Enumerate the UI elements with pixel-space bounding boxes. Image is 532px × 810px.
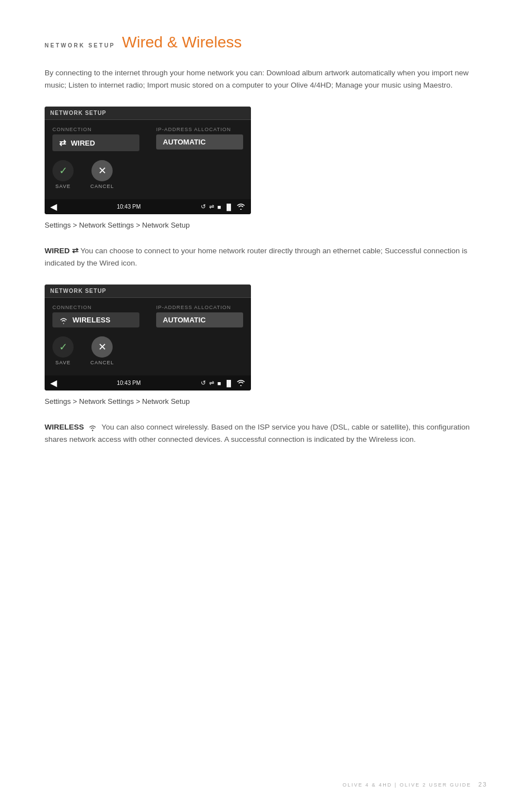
wireless-ip-value[interactable]: AUTOMATIC	[156, 312, 243, 327]
wired-stop-icon: ■	[217, 204, 221, 210]
wired-desc-text: You can choose to connect to your home n…	[45, 247, 467, 267]
footer-page: 23	[478, 781, 487, 788]
wired-connection-value[interactable]: ⇄ WIRED	[52, 134, 139, 151]
wired-ip-label: IP-ADDRESS ALLOCATION	[156, 127, 243, 132]
header-title: Wired & Wireless	[122, 33, 242, 51]
wired-save-btn[interactable]: ✓ SAVE	[52, 160, 74, 189]
wireless-checkmark-icon: ✓	[52, 336, 74, 358]
wired-ip-col: IP-ADDRESS ALLOCATION AUTOMATIC	[156, 127, 243, 151]
page-footer: OLIVE 4 & 4HD | OLIVE 2 USER GUIDE 23	[342, 781, 487, 788]
wireless-save-label: SAVE	[55, 360, 70, 365]
wireless-connection-icon	[59, 316, 68, 324]
wired-statusbar: ◀ 10:43 PM ↺ ⇌ ■ ▐▌	[45, 199, 251, 214]
wireless-desc-strong: WIRELESS	[45, 423, 84, 431]
wired-connection-text: WIRED	[71, 139, 95, 147]
wireless-wifi-inline-icon	[88, 423, 99, 431]
wired-buttons: ✓ SAVE ✕ CANCEL	[52, 160, 243, 189]
wireless-time: 10:43 PM	[61, 380, 196, 386]
wired-xmark-icon: ✕	[91, 160, 113, 181]
wireless-connection-col: CONNECTION WIRELESS	[52, 305, 139, 327]
wireless-titlebar: NETWORK SETUP	[45, 285, 251, 298]
wired-caption: Settings > Network Settings > Network Se…	[45, 221, 487, 229]
wired-shuffle-icon: ⇌	[209, 203, 214, 210]
wired-desc-strong: WIRED ⇄	[45, 247, 79, 255]
wireless-ip-col: IP-ADDRESS ALLOCATION AUTOMATIC	[156, 305, 243, 327]
wired-description: WIRED ⇄ You can choose to connect to you…	[45, 245, 487, 269]
page-header: NETWORK SETUP Wired & Wireless	[45, 33, 487, 51]
wired-time: 10:43 PM	[61, 204, 196, 210]
wired-device-mockup: NETWORK SETUP CONNECTION ⇄ WIRED IP-ADDR…	[45, 107, 251, 214]
wireless-statusbar: ◀ 10:43 PM ↺ ⇌ ■ ▐▌	[45, 375, 251, 390]
wireless-connection-value[interactable]: WIRELESS	[52, 312, 139, 327]
wired-cancel-btn[interactable]: ✕ CANCEL	[90, 160, 114, 189]
wired-checkmark-icon: ✓	[52, 160, 74, 181]
wireless-connection-text: WIRELESS	[72, 316, 110, 324]
wireless-status-icons: ↺ ⇌ ■ ▐▌	[201, 379, 245, 387]
wired-connection-label: CONNECTION	[52, 127, 139, 132]
wireless-content: CONNECTION WIRELESS IP-ADDRESS	[45, 298, 251, 375]
wired-ip-value[interactable]: AUTOMATIC	[156, 134, 243, 150]
wireless-save-btn[interactable]: ✓ SAVE	[52, 336, 74, 365]
wired-status-icons: ↺ ⇌ ■ ▐▌	[201, 203, 245, 211]
wired-connection-icon: ⇄	[59, 138, 66, 148]
wireless-buttons: ✓ SAVE ✕ CANCEL	[52, 336, 243, 365]
header-label: NETWORK SETUP	[45, 42, 115, 49]
wireless-ip-text: AUTOMATIC	[163, 316, 206, 324]
wireless-wifi-status-icon	[236, 379, 245, 387]
wired-content: CONNECTION ⇄ WIRED IP-ADDRESS ALLOCATION…	[45, 120, 251, 199]
wireless-xmark-icon: ✕	[91, 336, 113, 358]
wireless-device-mockup: NETWORK SETUP CONNECTION WIRELESS	[45, 285, 251, 390]
footer-text: OLIVE 4 & 4HD | OLIVE 2 USER GUIDE	[342, 782, 471, 788]
wireless-ip-label: IP-ADDRESS ALLOCATION	[156, 305, 243, 310]
wired-refresh-icon: ↺	[201, 203, 206, 210]
wired-signal-icon: ▐▌	[224, 204, 233, 210]
wireless-shuffle-icon: ⇌	[209, 379, 214, 387]
wireless-desc-text: You can also connect wirelessly. Based o…	[45, 423, 470, 443]
wired-connection-col: CONNECTION ⇄ WIRED	[52, 127, 139, 151]
wireless-cancel-btn[interactable]: ✕ CANCEL	[90, 336, 114, 365]
wireless-connection-label: CONNECTION	[52, 305, 139, 310]
wired-back-icon[interactable]: ◀	[50, 201, 57, 212]
page: NETWORK SETUP Wired & Wireless By connec…	[0, 0, 532, 495]
wireless-back-icon[interactable]: ◀	[50, 378, 57, 388]
wireless-description: WIRELESS You can also connect wirelessly…	[45, 421, 487, 445]
wired-titlebar: NETWORK SETUP	[45, 107, 251, 120]
wired-ip-text: AUTOMATIC	[163, 138, 206, 146]
wired-cancel-label: CANCEL	[90, 184, 114, 189]
wireless-row: CONNECTION WIRELESS IP-ADDRESS	[52, 305, 243, 327]
wireless-stop-icon: ■	[217, 380, 221, 387]
intro-text: By connecting to the internet through yo…	[45, 67, 487, 91]
wired-save-label: SAVE	[55, 184, 70, 189]
wireless-cancel-label: CANCEL	[90, 360, 114, 365]
wireless-caption: Settings > Network Settings > Network Se…	[45, 397, 487, 406]
wired-row: CONNECTION ⇄ WIRED IP-ADDRESS ALLOCATION…	[52, 127, 243, 151]
wired-wifi-status-icon	[236, 203, 245, 211]
wireless-signal-icon: ▐▌	[224, 380, 233, 387]
wireless-refresh-icon: ↺	[201, 379, 206, 387]
svg-point-0	[92, 430, 93, 431]
